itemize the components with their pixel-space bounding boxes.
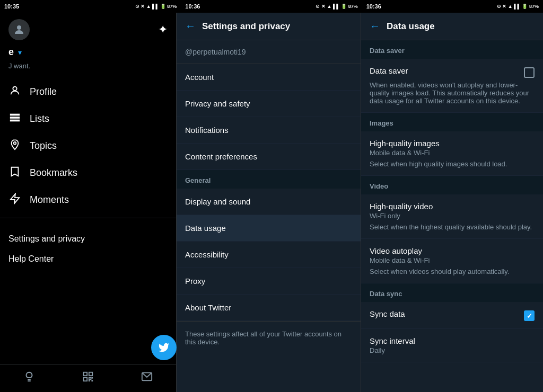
settings-item-accessibility[interactable]: Accessibility [177,242,361,268]
settings-item-account[interactable]: Account [177,64,361,91]
moments-label: Moments [30,194,69,206]
sync-data-title: Sync data [370,309,405,318]
svg-point-0 [17,25,21,30]
lightbulb-icon[interactable] [23,371,35,386]
topics-label: Topics [30,140,57,152]
sidebar-item-lists[interactable]: Lists [0,105,176,132]
right-panel: ← Data usage Data saver Data saver When … [361,13,543,392]
data-saver-header: Data saver [361,40,543,59]
svg-point-1 [13,87,16,91]
status-bar-right: 10:36 ⊙ ✕ ▲ ▌▌ 🔋 87% [362,0,543,13]
svg-point-5 [14,142,16,145]
mail-icon[interactable] [141,371,153,386]
autoplay-title: Video autoplay [370,246,535,255]
sync-data-checkbox[interactable] [524,310,535,321]
account-want: J want. [0,62,176,74]
help-center-link[interactable]: Help Center [8,249,168,269]
data-usage-title: Data usage [387,21,435,32]
settings-username: @perpetualmoti19 [177,40,361,64]
settings-item-display[interactable]: Display and sound [177,189,361,215]
time-right: 10:36 [366,3,381,10]
data-saver-desc: When enabled, videos won't autoplay and … [370,81,535,105]
settings-header: ← Settings and privacy [177,13,361,40]
video-autoplay-item: Video autoplay Mobile data & Wi-Fi Selec… [361,239,543,283]
bottom-bar [0,364,176,392]
sync-interval-title: Sync interval [370,336,535,345]
status-bars: 10:35 ⊙ ✕ ▲ ▌▌ 🔋 ⊙ 🔕 ↑↓ 📶 🔋 87% 87% 10:3… [0,0,543,13]
settings-item-about[interactable]: About Twitter [177,295,361,321]
svg-rect-12 [92,378,92,378]
data-usage-list: Data saver Data saver When enabled, vide… [361,40,543,392]
settings-item-privacy[interactable]: Privacy and safety [177,91,361,117]
qr-icon[interactable] [82,371,94,386]
fab-button[interactable] [151,335,177,360]
data-saver-title: Data saver [370,66,408,75]
icons-right: ⊙ ✕ ▲ ▌▌ 🔋 87% [497,4,539,9]
sync-interval-subtitle: Daily [370,346,535,354]
data-sync-header: Data sync [361,283,543,302]
svg-rect-2 [11,114,20,115]
svg-rect-3 [11,117,20,118]
left-panel: ✦ e ▾ J want. Profile [0,13,177,392]
topics-icon [8,139,21,153]
svg-rect-11 [89,378,91,380]
moments-icon [8,193,21,207]
profile-label: Profile [30,86,57,97]
hq-images-title: High-quality images [370,139,535,148]
sidebar-item-profile[interactable]: Profile [0,78,176,105]
nav-footer: Settings and privacy Help Center [0,222,176,269]
svg-rect-14 [92,380,92,381]
lists-label: Lists [30,113,49,124]
images-header: Images [361,113,543,131]
settings-title: Settings and privacy [202,21,290,32]
left-header: ✦ [0,13,176,44]
settings-footer-text: These settings affect all of your Twitte… [177,321,361,354]
nav-divider [0,218,176,218]
settings-item-content[interactable]: Content preferences [177,144,361,170]
sidebar-item-topics[interactable]: Topics [0,132,176,159]
hq-images-subtitle: Mobile data & Wi-Fi [370,149,535,157]
account-info: e ▾ [0,44,176,62]
svg-rect-10 [84,378,87,381]
svg-rect-8 [84,372,87,376]
autoplay-subtitle: Mobile data & Wi-Fi [370,256,535,264]
hq-video-title: High-quality video [370,202,535,211]
profile-icon [8,85,21,99]
data-saver-item: Data saver When enabled, videos won't au… [361,59,543,113]
data-saver-checkbox[interactable] [524,67,535,78]
settings-item-data-usage[interactable]: Data usage [177,215,361,242]
sidebar-item-moments[interactable]: Moments [0,186,176,213]
high-quality-images-item: High-quality images Mobile data & Wi-Fi … [361,131,543,176]
back-arrow-settings[interactable]: ← [185,20,196,32]
svg-marker-6 [11,194,20,203]
sync-interval-item: Sync interval Daily [361,329,543,362]
status-bar-left: 10:35 ⊙ ✕ ▲ ▌▌ 🔋 ⊙ 🔕 ↑↓ 📶 🔋 87% 87% [0,0,181,13]
lists-icon [8,112,21,126]
icons-left: ⊙ ✕ ▲ ▌▌ 🔋 ⊙ 🔕 ↑↓ 📶 🔋 87% 87% [135,4,177,9]
hq-video-subtitle: Wi-Fi only [370,212,535,220]
middle-panel: ← Settings and privacy @perpetualmoti19 … [177,13,361,392]
hq-video-desc: Select when the highest quality availabl… [370,223,535,231]
settings-item-notifications[interactable]: Notifications [177,117,361,144]
sparkle-icon: ✦ [158,23,168,37]
back-arrow-data[interactable]: ← [370,20,380,32]
video-header: Video [361,176,543,194]
time-left: 10:35 [4,3,19,10]
avatar [8,19,30,40]
settings-list: @perpetualmoti19 Account Privacy and saf… [177,40,361,392]
settings-privacy-link[interactable]: Settings and privacy [8,229,168,249]
bookmarks-icon [8,166,21,180]
svg-rect-4 [11,120,20,121]
svg-rect-9 [89,372,92,376]
bookmarks-label: Bookmarks [30,167,77,179]
icons-mid: ⊙ ✕ ▲ ▌▌ 🔋 87% [316,4,357,9]
status-bar-mid: 10:36 ⊙ ✕ ▲ ▌▌ 🔋 87% [181,0,362,13]
time-mid: 10:36 [185,3,200,10]
main-layout: ✦ e ▾ J want. Profile [0,13,543,392]
sidebar-item-bookmarks[interactable]: Bookmarks [0,159,176,186]
general-section-header: General [177,170,361,189]
nav-items: Profile Lists Topics [0,74,176,364]
data-usage-header: ← Data usage [361,13,543,40]
settings-item-proxy[interactable]: Proxy [177,268,361,295]
hq-images-desc: Select when high quality images should l… [370,160,535,168]
